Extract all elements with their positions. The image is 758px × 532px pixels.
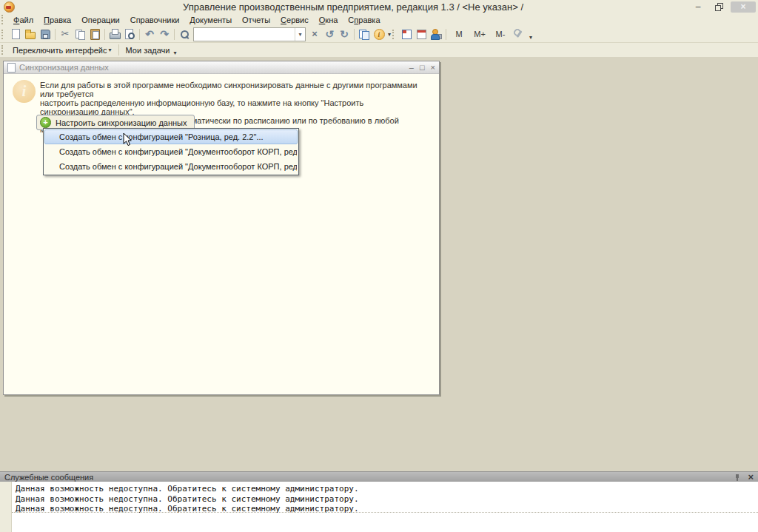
toolbar-grip[interactable] xyxy=(1,30,6,39)
toolbar-separator xyxy=(354,29,355,40)
search-combo: ▾ xyxy=(193,27,306,41)
print-preview-button[interactable] xyxy=(122,27,137,41)
menu-documents[interactable]: Документы xyxy=(184,13,237,26)
my-tasks-button[interactable]: Мои задачи ▾ xyxy=(121,44,181,56)
service-info-button[interactable]: i xyxy=(372,27,386,41)
memory-minus-button[interactable]: M- xyxy=(490,27,511,41)
find-previous-icon: ↺ xyxy=(325,28,334,40)
my-tasks-caret-icon: ▾ xyxy=(173,50,176,56)
save-button[interactable] xyxy=(38,27,53,41)
clear-x-icon: × xyxy=(312,28,318,40)
menu-reports[interactable]: Отчеты xyxy=(237,13,275,26)
search-input[interactable] xyxy=(194,28,295,41)
message-list: Данная возможность недоступна. Обратитес… xyxy=(16,484,359,514)
sync-options-menu: Создать обмен с конфигурацией "Розница, … xyxy=(43,128,299,175)
service-messages-header[interactable]: Служебные сообщения × xyxy=(0,471,758,482)
service-message[interactable]: Данная возможность недоступна. Обратитес… xyxy=(16,494,359,505)
search-button[interactable] xyxy=(177,27,192,41)
dialog-title: Синхронизация данных xyxy=(19,63,109,72)
service-message[interactable]: Данная возможность недоступна. Обратитес… xyxy=(16,484,359,494)
search-magnifier-icon xyxy=(178,28,190,40)
window-title: Управление производственным предприятием… xyxy=(0,1,706,13)
menu-item-create-exchange-docflow-14[interactable]: Создать обмен с конфигурацией "Документо… xyxy=(44,144,298,159)
window-copy-icon xyxy=(358,28,370,40)
wrench-icon xyxy=(512,28,524,40)
new-document-button[interactable] xyxy=(8,27,23,41)
dialog-minimize-button[interactable]: – xyxy=(409,64,414,72)
print-button[interactable] xyxy=(107,27,122,41)
redo-arrow-icon: ↷ xyxy=(160,28,169,40)
toolbar-grip[interactable] xyxy=(1,15,6,24)
interface-toolbar: Переключить интерфейс ▾ Мои задачи ▾ xyxy=(0,43,758,58)
search-dropdown-button[interactable]: ▾ xyxy=(295,28,305,41)
dialog-controls: – □ × xyxy=(409,64,435,72)
restore-button[interactable] xyxy=(710,1,728,13)
open-folder-icon xyxy=(24,28,36,40)
switch-interface-caret-icon: ▾ xyxy=(109,47,112,53)
service-messages-panel: Данная возможность недоступна. Обратитес… xyxy=(0,482,758,532)
memory-recall-button[interactable]: M xyxy=(449,27,469,41)
standard-toolbar: ✂ ↶ ↷ ▾ × ↺ ↻ i ▾ M M+ M- ▾ xyxy=(0,26,758,43)
window-copy-button[interactable] xyxy=(357,27,372,41)
message-gutter xyxy=(0,482,12,532)
undo-button[interactable]: ↶ xyxy=(142,27,157,41)
memory-plus-button[interactable]: M+ xyxy=(469,27,490,41)
printer-icon xyxy=(109,28,121,40)
calendar-button[interactable] xyxy=(414,27,429,41)
menu-help[interactable]: Справка xyxy=(343,13,385,26)
undo-arrow-icon: ↶ xyxy=(145,28,154,40)
lock-icon xyxy=(437,34,442,39)
menu-item-create-exchange-roznitsa[interactable]: Создать обмен с конфигурацией "Розница, … xyxy=(44,129,298,144)
new-document-icon xyxy=(10,28,21,40)
toolbar-grip[interactable] xyxy=(1,45,6,55)
user-permissions-button[interactable] xyxy=(429,27,443,41)
redo-button[interactable]: ↷ xyxy=(157,27,172,41)
calendar-icon xyxy=(415,28,427,40)
paste-clipboard-icon xyxy=(89,28,101,40)
menu-file[interactable]: Файл xyxy=(8,13,38,26)
open-file-button[interactable] xyxy=(23,27,38,41)
setup-sync-button-label: Настроить синхронизацию данных xyxy=(56,118,187,127)
data-sync-dialog: Синхронизация данных – □ × i Если для ра… xyxy=(3,61,440,395)
menu-operations[interactable]: Операции xyxy=(76,13,124,26)
user-lock-icon xyxy=(430,28,442,40)
toolbar-separator xyxy=(139,29,140,40)
close-button[interactable]: × xyxy=(731,1,756,13)
dialog-maximize-button[interactable]: □ xyxy=(420,64,425,72)
dialog-title-bar[interactable]: Синхронизация данных – □ × xyxy=(4,61,439,74)
tools-button[interactable] xyxy=(511,27,526,41)
info-dropdown-caret-icon[interactable]: ▾ xyxy=(388,31,391,38)
description-line: настроить распределенную информационную … xyxy=(40,98,417,116)
message-list-divider xyxy=(12,512,758,513)
service-messages-close-button[interactable]: × xyxy=(748,473,754,482)
find-previous-button[interactable]: ↺ xyxy=(322,27,337,41)
dialog-document-icon xyxy=(7,63,16,73)
pin-icon[interactable] xyxy=(734,474,740,481)
info-circle-icon: i xyxy=(13,80,36,103)
toolbar-separator xyxy=(118,44,119,55)
toolbar-separator xyxy=(174,29,175,40)
cut-button[interactable]: ✂ xyxy=(58,27,73,41)
menu-edit[interactable]: Правка xyxy=(38,13,76,26)
copy-button[interactable] xyxy=(73,27,87,41)
table-grid-icon xyxy=(400,28,412,40)
switch-interface-button[interactable]: Переключить интерфейс ▾ xyxy=(8,44,116,56)
formula-table-button[interactable] xyxy=(399,27,414,41)
menu-windows[interactable]: Окна xyxy=(314,13,343,26)
menu-bar: Файл Правка Операции Справочники Докумен… xyxy=(0,13,758,26)
menu-item-create-exchange-docflow-2[interactable]: Создать обмен с конфигурацией "Документо… xyxy=(44,159,298,174)
tools-dropdown-caret-icon[interactable]: ▾ xyxy=(529,34,532,41)
mdi-workspace: Синхронизация данных – □ × i Если для ра… xyxy=(0,57,758,471)
toolbar-grip[interactable] xyxy=(392,30,397,39)
find-next-button[interactable]: ↻ xyxy=(337,27,352,41)
application-window: Управление производственным предприятием… xyxy=(0,0,758,532)
service-messages-controls: × xyxy=(734,473,754,482)
paste-button[interactable] xyxy=(87,27,102,41)
minimize-button[interactable]: – xyxy=(689,1,707,13)
clear-search-button[interactable]: × xyxy=(307,27,322,41)
menu-service[interactable]: Сервис xyxy=(275,13,314,26)
dialog-body: i Если для работы в этой программе необх… xyxy=(4,74,439,394)
print-preview-icon xyxy=(124,28,135,40)
menu-catalogs[interactable]: Справочники xyxy=(125,13,185,26)
dialog-close-button[interactable]: × xyxy=(431,64,435,72)
